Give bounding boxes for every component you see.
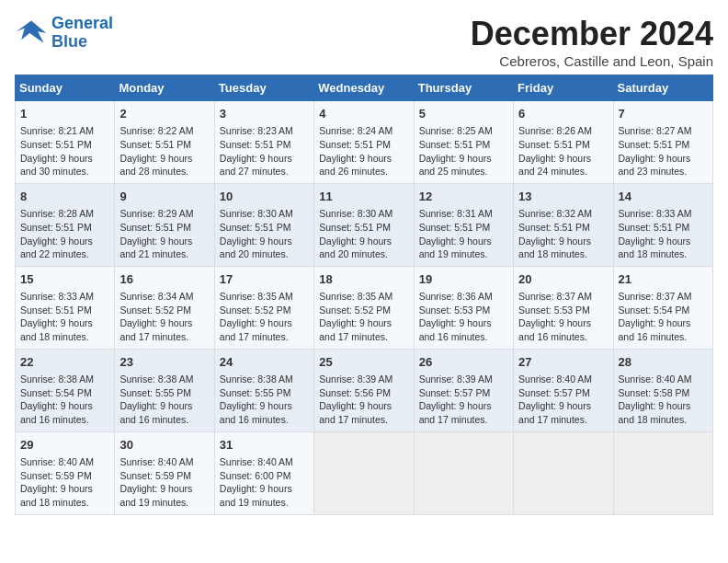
calendar-cell: 11Sunrise: 8:30 AMSunset: 5:51 PMDayligh… — [314, 183, 414, 266]
subtitle: Cebreros, Castille and Leon, Spain — [471, 53, 713, 69]
sunrise-text: Sunrise: 8:22 AM — [119, 125, 193, 136]
day-number: 2 — [119, 106, 209, 122]
sunrise-text: Sunrise: 8:40 AM — [20, 456, 94, 467]
week-row-3: 15Sunrise: 8:33 AMSunset: 5:51 PMDayligh… — [16, 266, 713, 349]
sunrise-text: Sunrise: 8:33 AM — [619, 208, 692, 219]
header-row: Sunday Monday Tuesday Wednesday Thursday… — [16, 75, 713, 101]
calendar-cell: 28Sunrise: 8:40 AMSunset: 5:58 PMDayligh… — [613, 349, 712, 431]
daylight-text: Daylight: 9 hours and 27 minutes. — [220, 153, 292, 178]
main-title: December 2024 — [471, 15, 713, 53]
calendar-cell: 9Sunrise: 8:29 AMSunset: 5:51 PMDaylight… — [115, 183, 214, 266]
daylight-text: Daylight: 9 hours and 17 minutes. — [319, 400, 392, 425]
calendar-cell: 12Sunrise: 8:31 AMSunset: 5:51 PMDayligh… — [414, 183, 513, 266]
sunrise-text: Sunrise: 8:39 AM — [419, 373, 493, 385]
sunrise-text: Sunrise: 8:35 AM — [319, 291, 392, 302]
day-number: 1 — [20, 106, 109, 122]
sunrise-text: Sunrise: 8:28 AM — [20, 208, 94, 219]
calendar-cell: 4Sunrise: 8:24 AMSunset: 5:51 PMDaylight… — [314, 101, 414, 184]
calendar-cell — [414, 431, 513, 514]
week-row-1: 1Sunrise: 8:21 AMSunset: 5:51 PMDaylight… — [16, 101, 713, 184]
calendar-cell: 15Sunrise: 8:33 AMSunset: 5:51 PMDayligh… — [16, 266, 115, 349]
calendar-cell: 20Sunrise: 8:37 AMSunset: 5:53 PMDayligh… — [514, 266, 613, 349]
col-wednesday: Wednesday — [314, 75, 414, 101]
daylight-text: Daylight: 9 hours and 18 minutes. — [619, 236, 691, 260]
sunset-text: Sunset: 5:55 PM — [220, 387, 291, 398]
sunset-text: Sunset: 5:53 PM — [518, 304, 590, 316]
daylight-text: Daylight: 9 hours and 16 minutes. — [419, 317, 492, 342]
sunset-text: Sunset: 5:52 PM — [119, 304, 191, 316]
sunrise-text: Sunrise: 8:21 AM — [20, 125, 94, 136]
day-number: 23 — [119, 354, 209, 371]
calendar-cell: 30Sunrise: 8:40 AMSunset: 5:59 PMDayligh… — [115, 431, 214, 514]
daylight-text: Daylight: 9 hours and 30 minutes. — [20, 153, 93, 178]
sunset-text: Sunset: 5:52 PM — [220, 304, 291, 316]
calendar-cell: 22Sunrise: 8:38 AMSunset: 5:54 PMDayligh… — [16, 349, 115, 431]
sunset-text: Sunset: 5:54 PM — [619, 304, 690, 316]
col-thursday: Thursday — [414, 75, 513, 101]
calendar-cell: 18Sunrise: 8:35 AMSunset: 5:52 PMDayligh… — [314, 266, 414, 349]
daylight-text: Daylight: 9 hours and 18 minutes. — [619, 400, 691, 425]
daylight-text: Daylight: 9 hours and 20 minutes. — [220, 236, 292, 260]
sunrise-text: Sunrise: 8:39 AM — [319, 373, 392, 385]
logo-text: General Blue — [51, 15, 113, 52]
sunset-text: Sunset: 5:51 PM — [20, 304, 92, 316]
sunrise-text: Sunrise: 8:37 AM — [619, 291, 692, 302]
sunrise-text: Sunrise: 8:35 AM — [220, 291, 293, 302]
calendar-cell: 3Sunrise: 8:23 AMSunset: 5:51 PMDaylight… — [214, 101, 313, 184]
day-number: 19 — [419, 271, 508, 288]
daylight-text: Daylight: 9 hours and 18 minutes. — [20, 317, 93, 342]
day-number: 4 — [319, 106, 408, 122]
sunrise-text: Sunrise: 8:32 AM — [518, 208, 592, 219]
sunrise-text: Sunrise: 8:29 AM — [119, 208, 193, 219]
sunrise-text: Sunrise: 8:30 AM — [319, 208, 392, 219]
day-number: 20 — [518, 271, 608, 288]
day-number: 26 — [419, 354, 508, 371]
sunrise-text: Sunrise: 8:36 AM — [419, 291, 493, 302]
calendar-cell: 21Sunrise: 8:37 AMSunset: 5:54 PMDayligh… — [613, 266, 712, 349]
col-tuesday: Tuesday — [214, 75, 313, 101]
daylight-text: Daylight: 9 hours and 17 minutes. — [220, 317, 292, 342]
daylight-text: Daylight: 9 hours and 16 minutes. — [518, 317, 591, 342]
daylight-text: Daylight: 9 hours and 24 minutes. — [518, 153, 591, 178]
logo-general: General — [51, 14, 113, 32]
calendar-cell: 7Sunrise: 8:27 AMSunset: 5:51 PMDaylight… — [613, 101, 712, 184]
sunset-text: Sunset: 5:51 PM — [20, 222, 92, 233]
sunset-text: Sunset: 5:51 PM — [220, 139, 291, 150]
sunset-text: Sunset: 5:51 PM — [220, 222, 291, 233]
calendar-cell: 26Sunrise: 8:39 AMSunset: 5:57 PMDayligh… — [414, 349, 513, 431]
sunrise-text: Sunrise: 8:40 AM — [220, 456, 293, 467]
day-number: 18 — [319, 271, 408, 288]
day-number: 8 — [20, 189, 109, 205]
day-number: 29 — [20, 437, 109, 454]
calendar-cell: 6Sunrise: 8:26 AMSunset: 5:51 PMDaylight… — [514, 101, 613, 184]
daylight-text: Daylight: 9 hours and 19 minutes. — [419, 236, 492, 260]
sunset-text: Sunset: 5:57 PM — [419, 387, 491, 398]
calendar-cell: 13Sunrise: 8:32 AMSunset: 5:51 PMDayligh… — [514, 183, 613, 266]
calendar-cell: 2Sunrise: 8:22 AMSunset: 5:51 PMDaylight… — [115, 101, 214, 184]
daylight-text: Daylight: 9 hours and 19 minutes. — [119, 483, 192, 508]
day-number: 31 — [220, 437, 309, 454]
sunset-text: Sunset: 5:56 PM — [319, 387, 391, 398]
daylight-text: Daylight: 9 hours and 19 minutes. — [220, 483, 292, 508]
daylight-text: Daylight: 9 hours and 18 minutes. — [20, 483, 93, 508]
sunrise-text: Sunrise: 8:40 AM — [619, 373, 692, 385]
day-number: 5 — [419, 106, 508, 122]
day-number: 10 — [220, 189, 309, 205]
day-number: 25 — [319, 354, 408, 371]
calendar-cell: 31Sunrise: 8:40 AMSunset: 6:00 PMDayligh… — [214, 431, 313, 514]
sunrise-text: Sunrise: 8:26 AM — [518, 125, 592, 136]
sunset-text: Sunset: 5:53 PM — [419, 304, 491, 316]
calendar-cell: 14Sunrise: 8:33 AMSunset: 5:51 PMDayligh… — [613, 183, 712, 266]
calendar-cell — [314, 431, 414, 514]
day-number: 11 — [319, 189, 408, 205]
day-number: 16 — [119, 271, 209, 288]
sunset-text: Sunset: 5:51 PM — [319, 139, 391, 150]
calendar-cell: 8Sunrise: 8:28 AMSunset: 5:51 PMDaylight… — [16, 183, 115, 266]
daylight-text: Daylight: 9 hours and 22 minutes. — [20, 236, 93, 260]
daylight-text: Daylight: 9 hours and 17 minutes. — [518, 400, 591, 425]
sunrise-text: Sunrise: 8:34 AM — [119, 291, 193, 302]
day-number: 14 — [619, 189, 708, 205]
day-number: 24 — [220, 354, 309, 371]
sunrise-text: Sunrise: 8:38 AM — [119, 373, 193, 385]
sunset-text: Sunset: 5:51 PM — [619, 139, 690, 150]
